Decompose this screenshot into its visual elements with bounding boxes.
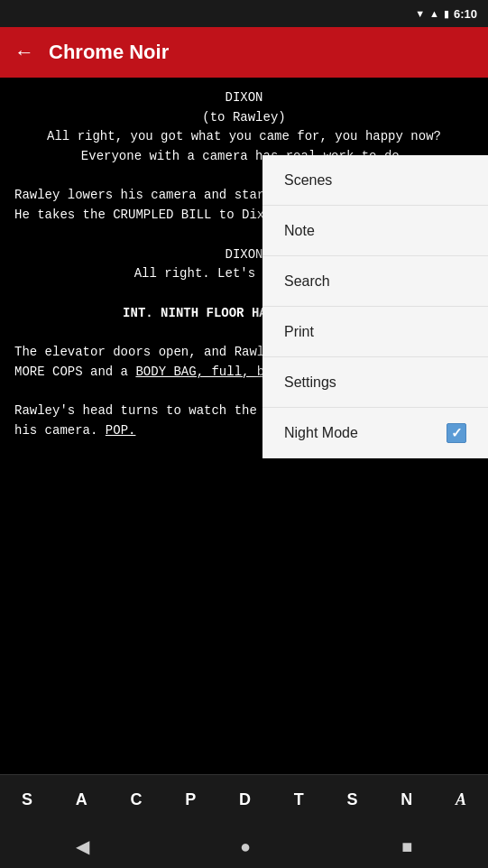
back-button[interactable]: ← — [14, 41, 34, 64]
nav-home-button[interactable]: ● — [240, 836, 251, 857]
toolbar-btn-C[interactable]: C — [130, 790, 142, 809]
menu-item-search[interactable]: Search — [262, 256, 488, 307]
toolbar-btn-D[interactable]: D — [239, 790, 251, 809]
menu-item-scenes[interactable]: Scenes — [262, 155, 488, 206]
toolbar-btn-A[interactable]: A — [76, 790, 87, 809]
status-time: 6:10 — [454, 7, 477, 21]
bottom-toolbar: S A C P D T S N A — [0, 774, 488, 825]
signal-icon: ▼ — [415, 8, 425, 19]
toolbar-btn-italic-A[interactable]: A — [456, 790, 466, 809]
menu-item-print[interactable]: Print — [262, 307, 488, 357]
main-content: DIXON (to Rawley) All right, you got wha… — [0, 78, 488, 774]
nav-bar: ◀ ● ■ — [0, 825, 488, 868]
menu-item-settings[interactable]: Settings — [262, 357, 488, 408]
menu-item-night-mode[interactable]: Night Mode ✓ — [262, 408, 488, 458]
status-icons: ▼ ▲ ▮ 6:10 — [415, 7, 477, 21]
toolbar-btn-P[interactable]: P — [185, 790, 196, 809]
app-title: Chrome Noir — [49, 41, 169, 64]
toolbar-btn-N[interactable]: N — [401, 790, 412, 809]
character-name-1: DIXON — [14, 88, 474, 108]
night-mode-checkbox[interactable]: ✓ — [447, 423, 466, 443]
toolbar-btn-S2[interactable]: S — [347, 790, 358, 809]
parenthetical-1: (to Rawley) — [14, 108, 474, 128]
battery-icon: ▮ — [444, 8, 449, 20]
menu-item-note[interactable]: Note — [262, 206, 488, 256]
wifi-icon: ▲ — [429, 8, 439, 19]
nav-back-button[interactable]: ◀ — [76, 836, 89, 857]
app-bar: ← Chrome Noir — [0, 27, 488, 78]
dropdown-menu: Scenes Note Search Print Settings Night … — [262, 155, 488, 458]
toolbar-btn-S[interactable]: S — [22, 790, 32, 809]
status-bar: ▼ ▲ ▮ 6:10 — [0, 0, 488, 27]
nav-recent-button[interactable]: ■ — [401, 836, 412, 857]
toolbar-btn-T[interactable]: T — [294, 790, 304, 809]
checkmark-icon: ✓ — [451, 425, 463, 441]
